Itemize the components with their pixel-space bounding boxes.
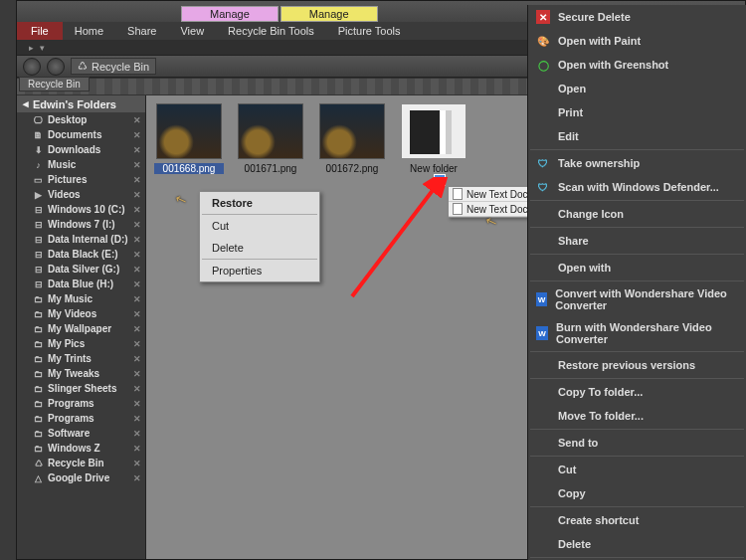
menu-share[interactable]: Share xyxy=(115,22,168,40)
sidebar-item[interactable]: ⊟Windows 10 (C:)✕ xyxy=(17,202,145,217)
ctx-item[interactable]: ✕Secure Delete xyxy=(528,5,746,29)
ctx-delete[interactable]: Delete xyxy=(200,237,319,259)
ctx-item[interactable]: ◯Open with Greenshot xyxy=(528,53,746,77)
pin-icon[interactable]: ✕ xyxy=(133,220,141,230)
location-tab[interactable]: Recycle Bin xyxy=(19,77,90,92)
menu-recyclebin-tools[interactable]: Recycle Bin Tools xyxy=(216,22,326,40)
manage-pill-recyclebin[interactable]: Manage xyxy=(181,6,279,22)
ctx-cut[interactable]: Cut xyxy=(200,215,319,237)
sidebar-item[interactable]: ♺Recycle Bin✕ xyxy=(17,456,145,470)
pin-icon[interactable]: ✕ xyxy=(133,429,141,439)
sidebar-item-label: Data Internal (D:) xyxy=(48,234,128,245)
menu-view[interactable]: View xyxy=(168,22,216,40)
ctx-item[interactable]: Send to xyxy=(528,431,746,455)
pin-icon[interactable]: ✕ xyxy=(133,473,141,483)
sidebar-item[interactable]: ⊟Data Blue (H:)✕ xyxy=(17,277,145,291)
pin-icon[interactable]: ✕ xyxy=(133,324,141,334)
nav-play-icon[interactable]: ▸ xyxy=(29,43,34,53)
file-item[interactable]: New folder xyxy=(399,103,468,174)
pin-icon[interactable]: ✕ xyxy=(133,265,141,275)
pin-icon[interactable]: ✕ xyxy=(133,115,141,125)
ctx-item[interactable]: 🎨Open with Paint xyxy=(528,29,746,53)
ctx-item[interactable]: Delete xyxy=(528,532,746,556)
sidebar-item[interactable]: 🖵Desktop✕ xyxy=(17,112,145,127)
sidebar-item[interactable]: ⊟Data Internal (D:)✕ xyxy=(17,232,145,247)
sidebar-item[interactable]: 🗀Software✕ xyxy=(17,426,145,441)
thumbnail xyxy=(401,103,466,159)
ctx-item[interactable]: Create shortcut xyxy=(528,508,746,532)
pin-icon[interactable]: ✕ xyxy=(133,145,141,155)
sidebar-item[interactable]: ♪Music✕ xyxy=(17,157,145,172)
sidebar-item[interactable]: 🗀Windows Z✕ xyxy=(17,441,145,456)
ctx-item[interactable]: Share xyxy=(528,229,746,253)
ctx-item[interactable]: WBurn with Wondershare Video Converter xyxy=(528,316,746,350)
sidebar-item[interactable]: 🗀Programs✕ xyxy=(17,396,145,411)
sidebar-item-label: Programs xyxy=(48,413,94,424)
pin-icon[interactable]: ✕ xyxy=(133,399,141,409)
folder-icon: ▭ xyxy=(33,174,44,185)
sidebar-item[interactable]: 🗀My Tweaks✕ xyxy=(17,366,145,381)
sidebar-item[interactable]: 🗀My Trints✕ xyxy=(17,351,145,366)
ctx-item[interactable]: Change Icon xyxy=(528,202,746,226)
sidebar-item[interactable]: 🗀Slinger Sheets✕ xyxy=(17,381,145,396)
pin-icon[interactable]: ✕ xyxy=(133,250,141,260)
pin-icon[interactable]: ✕ xyxy=(133,160,141,170)
forward-button[interactable] xyxy=(47,58,65,76)
pin-icon[interactable]: ✕ xyxy=(133,280,141,289)
ctx-item[interactable]: 🛡Scan with Windows Defender... xyxy=(528,175,746,199)
sidebar-item[interactable]: ▭Pictures✕ xyxy=(17,172,145,187)
pin-icon[interactable]: ✕ xyxy=(133,190,141,200)
file-item[interactable]: 001672.png xyxy=(317,103,387,174)
ctx-item[interactable]: Open with xyxy=(528,256,746,280)
back-button[interactable] xyxy=(23,58,41,76)
pin-icon[interactable]: ✕ xyxy=(133,235,141,245)
pin-icon[interactable]: ✕ xyxy=(133,354,141,364)
pin-icon[interactable]: ✕ xyxy=(133,384,141,394)
ctx-restore[interactable]: Restore xyxy=(200,192,319,214)
ctx-item[interactable]: Copy xyxy=(528,481,746,505)
menu-file[interactable]: File xyxy=(17,22,63,40)
pin-icon[interactable]: ✕ xyxy=(133,369,141,379)
ctx-item[interactable]: Open xyxy=(528,77,746,100)
ctx-item[interactable]: Edit xyxy=(528,124,746,148)
pin-icon[interactable]: ✕ xyxy=(133,294,141,304)
menu-picture-tools[interactable]: Picture Tools xyxy=(326,22,413,40)
ctx-item[interactable]: Print xyxy=(528,100,746,124)
sidebar-item[interactable]: 🗀My Videos✕ xyxy=(17,306,145,321)
ctx-item[interactable]: Copy To folder... xyxy=(528,380,746,404)
file-item[interactable]: 001671.png xyxy=(236,103,305,174)
sidebar-item[interactable]: △Google Drive✕ xyxy=(17,470,145,485)
sidebar-item[interactable]: ▶Videos✕ xyxy=(17,187,145,202)
ctx-item[interactable]: Restore previous versions xyxy=(528,353,746,377)
ctx-properties[interactable]: Properties xyxy=(200,260,319,281)
sidebar-item[interactable]: 🗀Programs✕ xyxy=(17,411,145,426)
sidebar-item[interactable]: ⊟Windows 7 (I:)✕ xyxy=(17,217,145,232)
pin-icon[interactable]: ✕ xyxy=(133,339,141,349)
ctx-item-label: Edit xyxy=(558,130,579,142)
sidebar-item[interactable]: 🗎Documents✕ xyxy=(17,127,145,142)
address-field[interactable]: ♺ Recycle Bin xyxy=(71,58,156,75)
pin-icon[interactable]: ✕ xyxy=(133,444,141,454)
pin-icon[interactable]: ✕ xyxy=(133,130,141,140)
sidebar-item[interactable]: ⊟Data Black (E:)✕ xyxy=(17,247,145,262)
sidebar-header[interactable]: ◂ Edwin's Folders xyxy=(17,95,145,112)
ctx-item[interactable]: Cut xyxy=(528,458,746,481)
nav-dropdown-icon[interactable]: ▾ xyxy=(40,43,45,53)
ctx-item[interactable]: 🛡Take ownership xyxy=(528,151,746,175)
sidebar-item[interactable]: 🗀My Music✕ xyxy=(17,291,145,306)
pin-icon[interactable]: ✕ xyxy=(133,175,141,185)
menu-home[interactable]: Home xyxy=(63,22,115,40)
pin-icon[interactable]: ✕ xyxy=(133,459,141,468)
file-item[interactable]: 001668.png xyxy=(154,103,224,174)
manage-pill-picture[interactable]: Manage xyxy=(280,6,378,22)
pin-icon[interactable]: ✕ xyxy=(133,414,141,424)
sidebar-item[interactable]: 🗀My Wallpaper✕ xyxy=(17,321,145,336)
pin-icon[interactable]: ✕ xyxy=(133,309,141,319)
sidebar-item[interactable]: ⬇Downloads✕ xyxy=(17,142,145,157)
ctx-item[interactable]: Move To folder... xyxy=(528,404,746,428)
sidebar-item[interactable]: ⊟Data Silver (G:)✕ xyxy=(17,262,145,277)
pin-icon[interactable]: ✕ xyxy=(133,205,141,215)
ctx-item[interactable]: WConvert with Wondershare Video Converte… xyxy=(528,282,746,316)
sidebar-item[interactable]: 🗀My Pics✕ xyxy=(17,336,145,351)
separator xyxy=(530,557,744,558)
